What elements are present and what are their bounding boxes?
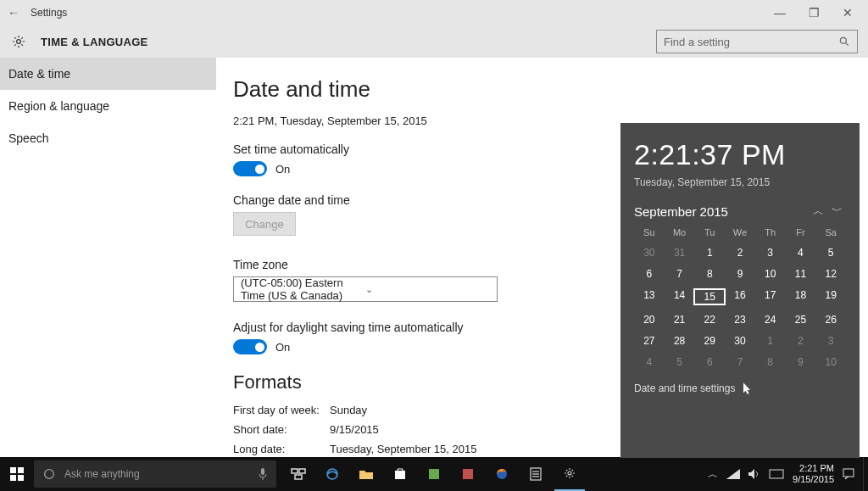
search-input[interactable]: Find a setting: [656, 30, 858, 53]
calendar-day[interactable]: 1: [755, 335, 786, 347]
timezone-select[interactable]: (UTC-05:00) Eastern Time (US & Canada) ⌄: [233, 276, 498, 302]
calendar-day[interactable]: 14: [665, 289, 695, 304]
calendar-day[interactable]: 16: [725, 289, 755, 304]
calendar-day[interactable]: 5: [665, 356, 695, 368]
calendar-day[interactable]: 7: [665, 268, 695, 280]
taskbar-app-generic-2[interactable]: [453, 457, 483, 491]
calendar-day[interactable]: 10: [815, 356, 846, 368]
calendar-day[interactable]: 27: [634, 335, 665, 347]
tray-action-center-icon[interactable]: [843, 468, 854, 480]
month-next-button[interactable]: ﹀: [827, 204, 846, 219]
calendar-day[interactable]: 18: [786, 289, 816, 304]
tray-overflow-icon[interactable]: ︿: [708, 467, 718, 482]
microphone-icon[interactable]: [258, 467, 268, 481]
tray-clock[interactable]: 2:21 PM 9/15/2015: [793, 463, 834, 485]
calendar-day[interactable]: 9: [786, 356, 816, 368]
format-key: First day of week:: [233, 404, 330, 416]
svg-rect-11: [299, 469, 305, 473]
calendar-day[interactable]: 23: [725, 314, 755, 326]
taskbar-app-generic-1[interactable]: [419, 457, 449, 491]
calendar-day[interactable]: 2: [786, 335, 816, 347]
calendar-day[interactable]: 26: [815, 314, 846, 326]
calendar-day[interactable]: 10: [755, 268, 786, 280]
taskbar-app-store[interactable]: [385, 457, 415, 491]
chevron-down-icon: ⌄: [365, 284, 490, 295]
format-value: Tuesday, September 15, 2015: [330, 443, 476, 455]
tray-keyboard-icon[interactable]: [769, 469, 784, 479]
calendar-day[interactable]: 13: [634, 289, 665, 304]
calendar-day[interactable]: 9: [725, 268, 755, 280]
calendar-day[interactable]: 22: [694, 314, 725, 326]
calendar-day[interactable]: 11: [786, 268, 816, 280]
calendar-day[interactable]: 31: [665, 247, 695, 259]
calendar-day[interactable]: 15: [694, 289, 725, 304]
calendar-flyout: 2:21:37 PM Tuesday, September 15, 2015 S…: [620, 123, 860, 458]
show-desktop-peek[interactable]: [863, 457, 868, 491]
calendar-day[interactable]: 7: [725, 356, 755, 368]
back-button[interactable]: ←: [3, 6, 24, 20]
calendar-day[interactable]: 5: [815, 247, 846, 259]
task-view-button[interactable]: [283, 457, 314, 491]
calendar-grid: SuMoTuWeThFrSa30311234567891011121314151…: [634, 227, 846, 368]
calendar-day[interactable]: 12: [815, 268, 846, 280]
calendar-day[interactable]: 4: [786, 247, 816, 259]
window-title: Settings: [31, 7, 67, 19]
minimize-button[interactable]: —: [763, 6, 797, 20]
svg-rect-6: [18, 475, 24, 481]
svg-point-22: [568, 471, 571, 475]
tray-volume-icon[interactable]: [748, 469, 760, 479]
calendar-dow: Th: [755, 227, 786, 237]
calendar-day[interactable]: 30: [725, 335, 755, 347]
calendar-day[interactable]: 3: [755, 247, 786, 259]
calendar-dow: Tu: [694, 227, 725, 237]
close-button[interactable]: ✕: [831, 6, 865, 20]
calendar-day[interactable]: 6: [694, 356, 725, 368]
calendar-day[interactable]: 20: [634, 314, 665, 326]
svg-point-13: [327, 469, 337, 479]
svg-rect-4: [18, 467, 24, 473]
calendar-day[interactable]: 3: [815, 335, 846, 347]
calendar-day[interactable]: 8: [694, 268, 725, 280]
gear-icon: [8, 31, 29, 52]
date-time-settings-link[interactable]: Date and time settings: [634, 382, 846, 395]
taskbar-app-settings[interactable]: [554, 457, 585, 491]
calendar-day[interactable]: 21: [665, 314, 695, 326]
cursor-icon: [740, 382, 754, 395]
sidebar: Date & time Region & language Speech: [0, 58, 216, 457]
cortana-icon: [42, 467, 56, 481]
change-button[interactable]: Change: [233, 212, 296, 236]
calendar-day[interactable]: 28: [665, 335, 695, 347]
calendar-day[interactable]: 25: [786, 314, 816, 326]
start-button[interactable]: [0, 457, 34, 491]
taskbar-search[interactable]: Ask me anything: [34, 460, 276, 488]
taskbar-app-file-explorer[interactable]: [351, 457, 381, 491]
window-titlebar: ← Settings — ❐ ✕: [0, 0, 868, 25]
calendar-day[interactable]: 30: [634, 247, 665, 259]
sidebar-item-speech[interactable]: Speech: [0, 122, 216, 154]
calendar-day[interactable]: 1: [694, 247, 725, 259]
sidebar-item-region-language[interactable]: Region & language: [0, 90, 216, 122]
taskbar-app-calculator[interactable]: [520, 457, 551, 491]
calendar-day[interactable]: 2: [725, 247, 755, 259]
svg-rect-14: [395, 471, 405, 479]
calendar-day[interactable]: 6: [634, 268, 665, 280]
calendar-day[interactable]: 19: [815, 289, 846, 304]
svg-rect-24: [843, 469, 854, 477]
calendar-day[interactable]: 17: [755, 289, 786, 304]
flyout-clock-date: Tuesday, September 15, 2015: [634, 176, 846, 188]
taskbar-app-edge[interactable]: [317, 457, 348, 491]
calendar-day[interactable]: 4: [634, 356, 665, 368]
calendar-day[interactable]: 29: [694, 335, 725, 347]
tray-network-icon[interactable]: [726, 469, 740, 479]
calendar-dow: Su: [634, 227, 665, 237]
calendar-day[interactable]: 8: [755, 356, 786, 368]
svg-rect-16: [463, 469, 473, 479]
flyout-month-label[interactable]: September 2015: [634, 204, 728, 219]
sidebar-item-date-time[interactable]: Date & time: [0, 58, 216, 90]
maximize-button[interactable]: ❐: [797, 6, 831, 20]
taskbar-app-firefox[interactable]: [487, 457, 517, 491]
calendar-day[interactable]: 24: [755, 314, 786, 326]
header-row: TIME & LANGUAGE Find a setting: [0, 25, 868, 58]
svg-line-2: [846, 43, 849, 46]
month-prev-button[interactable]: ︿: [809, 204, 827, 219]
